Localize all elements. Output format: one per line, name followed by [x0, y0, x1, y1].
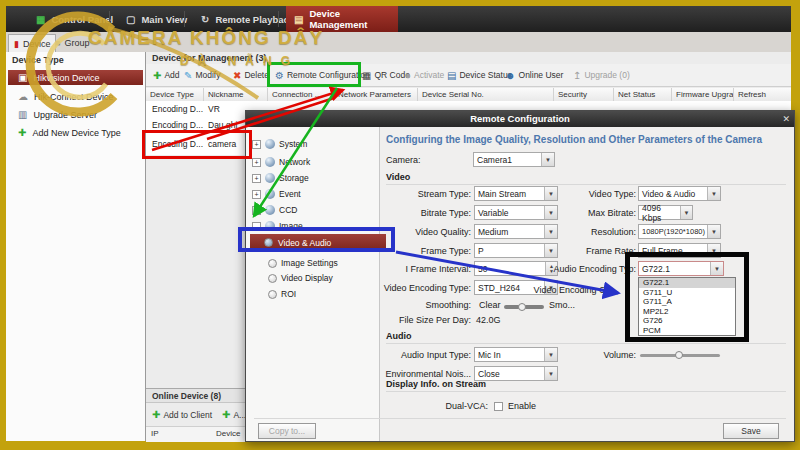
expand-icon[interactable]: +	[252, 140, 261, 149]
video-encoding-type-label: Video Encoding Type:	[346, 283, 471, 293]
subtab-bar: ▮ Device ■ Group	[6, 32, 791, 53]
tree-item-network[interactable]: + Network	[252, 155, 310, 169]
toolbar-separator	[278, 11, 279, 27]
online-user-button[interactable]: ☻ Online User	[505, 66, 563, 84]
audio-input-type-select[interactable]: Mic In▼	[474, 347, 558, 362]
tab-control-panel[interactable]: ▦ Control Panel	[28, 6, 121, 32]
col-ip[interactable]: IP	[151, 429, 159, 438]
radio-icon	[268, 290, 277, 299]
field-value: G722.1	[642, 264, 670, 274]
tree-item-video-display[interactable]: Video Display	[268, 271, 333, 285]
tab-device-management[interactable]: ▤ Device Management	[286, 6, 398, 32]
resolution-select[interactable]: 1080P(1920*1080)▼	[638, 224, 721, 239]
sidebar-item-hik-connect[interactable]: ☁ Hik-Connect Device	[8, 89, 143, 104]
add-to-client-button[interactable]: ✚ Add to Client	[152, 409, 212, 420]
save-button[interactable]: Save	[723, 423, 779, 439]
plus-icon: ✚	[152, 409, 160, 420]
col-connection[interactable]: Connection ...	[267, 88, 333, 101]
video-type-select[interactable]: Video & Audio▼	[638, 186, 721, 201]
toolbar-separator	[184, 11, 185, 27]
device-status-button[interactable]: ▤ Device Status	[447, 66, 512, 84]
frame-rate-label: Frame Rate:	[531, 246, 636, 256]
tree-item-image[interactable]: - Image	[252, 219, 303, 233]
toolbar-separator	[109, 11, 110, 27]
chevron-down-icon: ▼	[707, 225, 720, 238]
chevron-down-icon: ▼	[544, 348, 557, 361]
audio-section-title: Audio	[386, 331, 412, 341]
tree-label: Storage	[279, 173, 309, 183]
col-device[interactable]: Device	[216, 429, 240, 438]
col-device-type[interactable]: Device Type	[146, 88, 203, 101]
environmental-noise-select[interactable]: Close▼	[474, 366, 558, 381]
qr-code-button[interactable]: ▦ QR Code	[362, 66, 410, 84]
cell-nickname: Dau ghi	[208, 120, 237, 130]
chevron-down-icon: ▼	[707, 244, 720, 257]
tab-group[interactable]: ■ Group	[50, 34, 94, 52]
delete-button[interactable]: ✖ Delete	[233, 66, 269, 84]
radio-icon	[268, 259, 277, 268]
smoothing-max-label: Smo...	[549, 300, 575, 310]
col-refresh[interactable]: Refresh	[733, 88, 783, 101]
close-icon[interactable]: ✕	[782, 111, 790, 127]
expand-icon[interactable]: +	[252, 174, 261, 183]
col-network-parameters[interactable]: Network Parameters	[333, 88, 417, 101]
dropdown-option[interactable]: PCM	[639, 326, 735, 336]
sidebar-title: Device Type	[12, 55, 64, 65]
audio-encoding-dropdown: G722.1 G711_U G711_A MP2L2 G726 PCM	[638, 277, 736, 336]
app-window: ▦ Control Panel ▢ Main View ↻ Remote Pla…	[0, 0, 800, 450]
sidebar-item-upgrade-server[interactable]: ▥ Upgrade Server	[8, 107, 143, 122]
field-value: Main Stream	[478, 189, 526, 199]
field-value: Mic In	[478, 350, 501, 360]
modify-button[interactable]: ✎ Modify	[184, 66, 220, 84]
tab-label: Main View	[141, 14, 187, 25]
field-value: Camera1	[477, 155, 512, 165]
col-firmware[interactable]: Firmware Upgra...	[671, 88, 733, 101]
audio-encoding-select[interactable]: G722.1▼	[638, 261, 724, 276]
smoothing-handle[interactable]	[518, 303, 526, 311]
button-label: Remote Configuration	[287, 70, 370, 80]
col-device-serial[interactable]: Device Serial No.	[417, 88, 553, 101]
activate-button: ● Activate	[405, 66, 444, 84]
tree-item-image-settings[interactable]: Image Settings	[268, 256, 338, 270]
dropdown-option[interactable]: MP2L2	[639, 307, 735, 317]
tree-item-ccd[interactable]: + CCD	[252, 203, 297, 217]
frame-rate-select[interactable]: Full Frame▼	[638, 243, 721, 258]
dialog-title[interactable]: Remote Configuration	[246, 111, 794, 127]
tree-label: Video Display	[281, 273, 333, 283]
volume-handle[interactable]	[675, 351, 683, 359]
copy-to-button[interactable]: Copy to...	[258, 423, 316, 439]
max-bitrate-select[interactable]: 4096 Kbps▼	[638, 205, 693, 220]
sidebar-item-add-device-type[interactable]: ✚ Add New Device Type	[8, 125, 143, 140]
remote-configuration-button[interactable]: ⚙ Remote Configuration	[275, 66, 370, 84]
add-button[interactable]: ✚ Add	[153, 66, 180, 84]
dropdown-option[interactable]: G711_A	[639, 297, 735, 307]
expand-icon[interactable]: +	[252, 206, 261, 215]
divider	[386, 184, 786, 185]
tree-item-video-audio[interactable]: Video & Audio	[250, 234, 386, 251]
dropdown-option[interactable]: G726	[639, 316, 735, 326]
button-label: Activate	[414, 70, 444, 80]
expand-icon[interactable]: +	[252, 190, 261, 199]
tree-item-event[interactable]: + Event	[252, 187, 301, 201]
sphere-icon	[265, 157, 275, 167]
col-security[interactable]: Security	[553, 88, 613, 101]
chevron-down-icon: ▼	[544, 367, 557, 380]
expand-icon[interactable]: +	[252, 158, 261, 167]
tree-item-roi[interactable]: ROI	[268, 287, 296, 301]
collapse-icon[interactable]: -	[252, 222, 261, 231]
sidebar-item-hikvision-device[interactable]: ▣ Hikvision Device	[8, 70, 143, 85]
cloud-icon: ☁	[18, 91, 28, 102]
group-folder-icon: ■	[55, 38, 60, 48]
dual-vca-label: Dual-VCA:	[386, 401, 488, 411]
stream-type-label: Stream Type:	[346, 189, 471, 199]
tree-item-storage[interactable]: + Storage	[252, 171, 309, 185]
col-net-status[interactable]: Net Status	[613, 88, 671, 101]
dropdown-option[interactable]: G722.1	[639, 278, 735, 288]
dropdown-option[interactable]: G711_U	[639, 288, 735, 298]
tree-item-system[interactable]: + System	[252, 137, 307, 151]
tree-label: Network	[279, 157, 310, 167]
col-nickname[interactable]: Nickname	[203, 88, 267, 101]
camera-select[interactable]: Camera1 ▼	[473, 152, 555, 167]
enable-checkbox[interactable]	[494, 402, 503, 411]
add-all-button[interactable]: ✚ A...	[222, 409, 246, 420]
